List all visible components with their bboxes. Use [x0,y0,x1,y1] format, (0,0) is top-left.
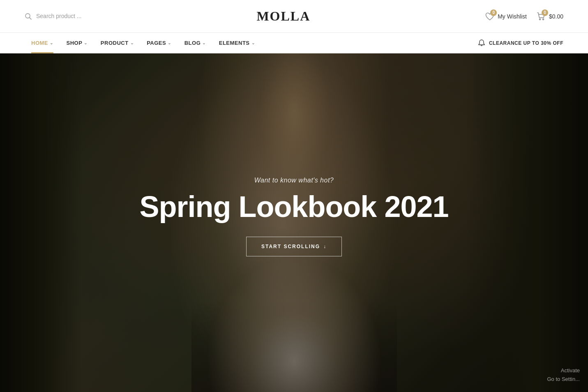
search-area[interactable]: Search product ... [25,12,82,20]
cta-arrow: ↓ [323,244,327,249]
hero-cta-button[interactable]: START SCROLLING ↓ [246,237,342,256]
header: Search product ... MOLLA 0 My Wishlist 0 [0,0,588,33]
chevron-down-icon: ⌄ [130,41,134,45]
activation-line2: Go to Settin... [547,375,580,384]
promo-banner[interactable]: CLEARANCE UP TO 30% OFF [478,39,563,47]
wishlist-label: My Wishlist [498,13,527,20]
heart-icon: 0 [485,12,494,21]
hero-subtitle: Want to know what's hot? [254,177,334,184]
activation-line1: Activate [547,367,580,375]
search-placeholder: Search product ... [36,13,82,19]
svg-line-1 [30,17,32,19]
wishlist-badge: 0 [490,9,497,16]
hero-section: Want to know what's hot? Spring Lookbook… [0,53,588,392]
activation-notice: Activate Go to Settin... [547,367,580,384]
cta-label: START SCROLLING [261,244,320,249]
bell-icon [478,39,485,47]
chevron-down-icon: ⌄ [168,41,171,45]
nav-item-product[interactable]: PRODUCT ⌄ [94,33,140,53]
svg-point-2 [539,18,540,20]
cart-price: $0.00 [549,13,563,20]
nav-item-pages[interactable]: PAGES ⌄ [140,33,178,53]
nav-item-home[interactable]: HOME ⌄ [25,33,60,53]
nav-items: HOME ⌄ SHOP ⌄ PRODUCT ⌄ PAGES ⌄ BLOG ⌄ E… [25,33,261,53]
nav-item-elements[interactable]: ELEMENTS ⌄ [212,33,261,53]
hero-content: Want to know what's hot? Spring Lookbook… [0,53,588,392]
logo-text: MOLLA [256,9,310,23]
chevron-down-icon: ⌄ [202,41,206,45]
navbar: HOME ⌄ SHOP ⌄ PRODUCT ⌄ PAGES ⌄ BLOG ⌄ E… [0,33,588,53]
promo-label: CLEARANCE UP TO 30% OFF [489,40,563,46]
cart-button[interactable]: 0 $0.00 [537,12,563,21]
wishlist-button[interactable]: 0 My Wishlist [485,12,527,21]
cart-icon: 0 [537,12,546,21]
svg-point-3 [542,18,544,20]
nav-item-shop[interactable]: SHOP ⌄ [60,33,94,53]
chevron-down-icon: ⌄ [50,41,53,45]
site-logo[interactable]: MOLLA [256,9,310,24]
chevron-down-icon: ⌄ [84,41,88,45]
chevron-down-icon: ⌄ [251,41,255,45]
cart-badge: 0 [542,9,548,16]
nav-item-blog[interactable]: BLOG ⌄ [178,33,212,53]
search-icon [25,12,32,20]
hero-title: Spring Lookbook 2021 [139,191,448,223]
header-actions: 0 My Wishlist 0 $0.00 [485,12,563,21]
